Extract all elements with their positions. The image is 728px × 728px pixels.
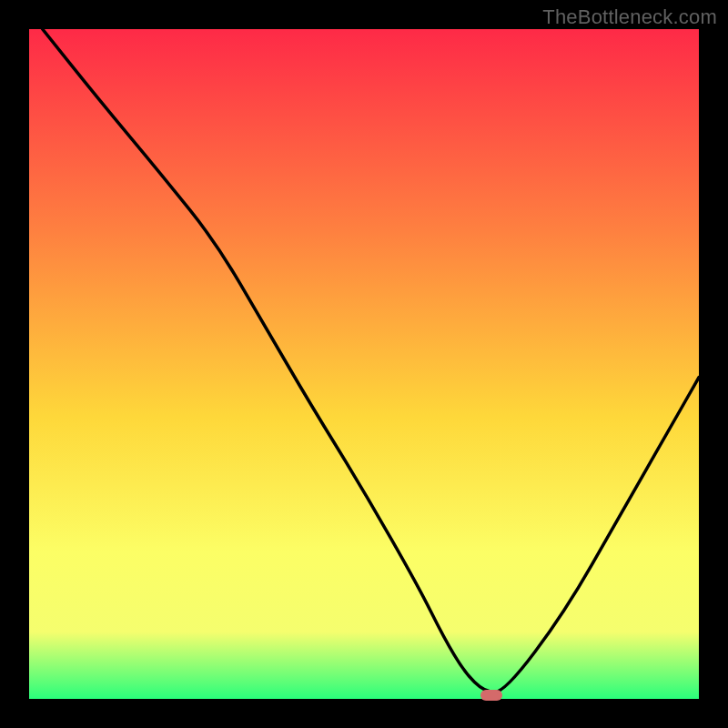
chart-container: TheBottleneck.com <box>0 0 728 728</box>
plot-area <box>29 29 699 699</box>
trough-marker <box>480 690 502 701</box>
chart-svg <box>29 29 699 699</box>
gradient-background <box>29 29 699 699</box>
watermark-label: TheBottleneck.com <box>542 5 717 29</box>
